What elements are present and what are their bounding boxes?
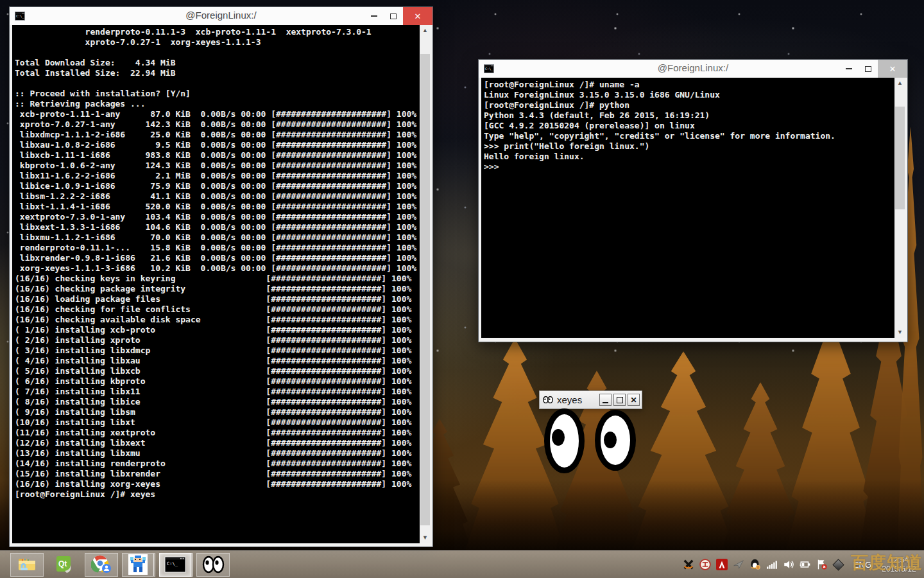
xeyes-close-button[interactable]: ✕ xyxy=(628,394,640,406)
terminal-line: ( 6/16) installing kbproto [############… xyxy=(15,376,419,387)
terminal-line: (12/16) installing libxext [############… xyxy=(15,438,419,448)
clock[interactable]: 12:54 2015/5/12 xyxy=(877,556,921,574)
terminal-line: (10/16) installing libxt [##############… xyxy=(15,417,419,428)
taskbar-command-prompt-button[interactable]: C:\_ xyxy=(159,553,193,577)
terminal-line: libxmu-1.1.2-1-i686 70.0 KiB 0.00B/s 00:… xyxy=(15,232,419,243)
xeyes-window-titlebar[interactable]: xeyes ✕ xyxy=(539,390,642,409)
terminal-line: [root@ForeignLinux /]# python xyxy=(484,100,894,110)
terminal-line: Python 3.4.3 (default, Feb 26 2015, 16:1… xyxy=(484,110,894,121)
terminal-line: libxt-1.1.4-1-i686 520.0 KiB 0.00B/s 00:… xyxy=(15,202,419,212)
adobe-icon[interactable] xyxy=(715,557,729,572)
terminal-line: (16/16) checking package integrity [####… xyxy=(15,284,419,294)
terminal-line: :: Proceed with installation? [Y/n] xyxy=(15,89,419,99)
terminal-line: Total Installed Size: 22.94 MiB xyxy=(15,68,419,78)
terminal-line: libxext-1.3.3-1-i686 104.6 KiB 0.00B/s 0… xyxy=(15,222,419,232)
terminal-line: ( 1/16) installing xcb-proto [##########… xyxy=(15,325,419,335)
xeyes-maximize-button[interactable] xyxy=(613,394,626,406)
taskbar-chrome-button[interactable] xyxy=(85,553,118,577)
terminal-line: ( 3/16) installing libxdmcp [###########… xyxy=(15,346,419,356)
terminal-line: libxrender-0.9.8-1-i686 21.6 KiB 0.00B/s… xyxy=(15,253,419,263)
titlebar[interactable]: C:\_ @ForeignLinux:/ ✕ xyxy=(10,7,432,25)
terminal-line: libxdmcp-1.1.1-2-i686 25.0 KiB 0.00B/s 0… xyxy=(15,130,419,140)
terminal-line: libx11-1.6.2-2-i686 2.1 MiB 0.00B/s 00:0… xyxy=(15,171,419,181)
diamond-icon[interactable] xyxy=(832,557,846,572)
terminal-line: libxcb-1.11-1-i686 983.8 KiB 0.00B/s 00:… xyxy=(15,150,419,161)
taskbar: Qt xyxy=(0,550,924,578)
terminal-line: ( 4/16) installing libxau [#############… xyxy=(15,356,419,366)
clock-date: 2015/5/12 xyxy=(877,565,921,574)
clock-time: 12:54 xyxy=(877,556,921,565)
terminal-line: libsm-1.2.2-2-i686 41.1 KiB 0.00B/s 00:0… xyxy=(15,191,419,202)
terminal-line: >>> xyxy=(484,162,894,172)
close-icon: ✕ xyxy=(630,396,637,404)
network-signal-icon[interactable] xyxy=(765,557,779,572)
terminal-line: Hello foreign linux. xyxy=(484,152,894,162)
chrome-icon xyxy=(91,555,112,574)
scroll-up-icon[interactable]: ▲ xyxy=(420,25,431,36)
minimize-icon xyxy=(371,15,377,17)
qt-creator-icon: Qt xyxy=(55,555,74,574)
taskbar-apps: Qt xyxy=(0,551,234,578)
taskbar-qt-creator-button[interactable]: Qt xyxy=(47,553,81,577)
icbc-icon[interactable] xyxy=(698,557,712,572)
maximize-button[interactable] xyxy=(384,7,403,25)
xeyes-right-eye xyxy=(595,410,636,471)
scroll-down-icon[interactable]: ▼ xyxy=(894,327,905,338)
xeyes-minimize-button[interactable] xyxy=(599,394,612,406)
terminal-line xyxy=(15,78,419,89)
terminal-output-area: renderproto-0.11.1-3 xcb-proto-1.11-1 xe… xyxy=(12,25,431,543)
scrollbar[interactable]: ▲ ▼ xyxy=(420,25,431,543)
titlebar[interactable]: C:\_ @ForeignLinux:/ ✕ xyxy=(479,60,907,78)
taskbar-file-explorer-button[interactable] xyxy=(10,553,44,577)
xming-icon[interactable] xyxy=(681,557,696,572)
terminal-line: kbproto-1.0.6-2-any 124.3 KiB 0.00B/s 00… xyxy=(15,161,419,171)
terminal-line: (16/16) checking available disk space [#… xyxy=(15,315,419,325)
minimize-icon xyxy=(846,68,852,69)
terminal-line: ( 8/16) installing libice [#############… xyxy=(15,397,419,407)
terminal-line: renderproto-0.11.1-... 15.8 KiB 0.00B/s … xyxy=(15,243,419,253)
file-explorer-icon xyxy=(17,556,37,573)
close-button[interactable]: ✕ xyxy=(878,60,907,78)
terminal-line: xproto-7.0.27-1-any 142.3 KiB 0.00B/s 00… xyxy=(15,119,419,130)
minimize-button[interactable] xyxy=(364,7,384,25)
maximize-button[interactable] xyxy=(859,60,878,78)
terminal-output-area: [root@ForeignLinux /]# uname -aLinux For… xyxy=(481,78,905,338)
language-indicator[interactable]: ENG xyxy=(853,560,871,570)
megaman-icon xyxy=(128,554,148,575)
terminal-line: :: Retrieving packages ... xyxy=(15,99,419,109)
terminal-line: (11/16) installing xextproto [##########… xyxy=(15,428,419,438)
qq-icon[interactable] xyxy=(748,557,762,572)
terminal-line: (14/16) installing renderproto [########… xyxy=(15,459,419,469)
close-button[interactable]: ✕ xyxy=(403,7,432,25)
minimize-button[interactable] xyxy=(839,60,859,78)
terminal-window-secondary: C:\_ @ForeignLinux:/ ✕ [root@ForeignLinu… xyxy=(478,59,908,342)
xeyes-left-eye xyxy=(544,408,585,473)
terminal-line: ( 7/16) installing libx11 [#############… xyxy=(15,387,419,397)
terminal-line: >>> print("Hello foreign linux.") xyxy=(484,141,894,152)
terminal-window-main: C:\_ @ForeignLinux:/ ✕ renderproto-0.11.… xyxy=(9,6,433,547)
volume-icon[interactable] xyxy=(782,557,796,572)
svg-text:Qt: Qt xyxy=(58,559,67,568)
terminal-line: renderproto-0.11.1-3 xcb-proto-1.11-1 xe… xyxy=(15,27,419,37)
paper-plane-icon[interactable] xyxy=(732,557,746,572)
action-center-flag-icon[interactable] xyxy=(815,557,829,572)
terminal-line: xproto-7.0.27-1 xorg-xeyes-1.1.1-3 xyxy=(15,37,419,48)
taskbar-xeyes-button[interactable] xyxy=(196,553,230,577)
scrollbar[interactable]: ▲ ▼ xyxy=(894,78,905,338)
scrollbar-thumb[interactable] xyxy=(420,54,430,525)
terminal-line: xcb-proto-1.11-1-any 87.0 KiB 0.00B/s 00… xyxy=(15,109,419,119)
terminal-line: (16/16) installing xorg-xeyes [#########… xyxy=(15,479,419,489)
terminal-line: (16/16) loading package files [#########… xyxy=(15,294,419,304)
terminal-line: libxau-1.0.8-2-i686 9.5 KiB 0.00B/s 00:0… xyxy=(15,140,419,150)
scrollbar-thumb[interactable] xyxy=(895,107,905,209)
terminal-line: xextproto-7.3.0-1-any 103.4 KiB 0.00B/s … xyxy=(15,212,419,222)
xeyes-icon xyxy=(543,396,553,403)
terminal-line: (16/16) checking keys in keyring [######… xyxy=(15,274,419,284)
scroll-down-icon[interactable]: ▼ xyxy=(420,532,431,543)
terminal-line: (15/16) installing libxrender [#########… xyxy=(15,469,419,479)
maximize-icon xyxy=(390,13,397,19)
scroll-up-icon[interactable]: ▲ xyxy=(894,78,905,89)
taskbar-megaman-button[interactable] xyxy=(122,553,155,577)
terminal-line: ( 9/16) installing libsm [##############… xyxy=(15,407,419,417)
battery-icon[interactable] xyxy=(798,557,812,572)
